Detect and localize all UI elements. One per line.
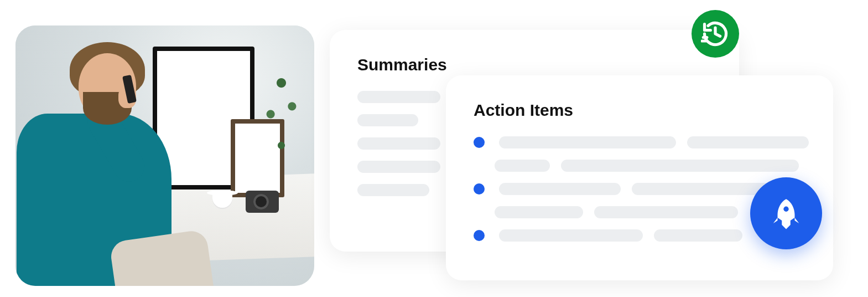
skeleton-bar	[495, 206, 583, 218]
skeleton-bar	[357, 114, 418, 126]
history-icon	[701, 19, 730, 48]
skeleton-bar	[499, 183, 621, 195]
rocket-icon	[769, 196, 803, 231]
skeleton-bar	[687, 136, 809, 148]
summaries-title: Summaries	[357, 55, 711, 74]
skeleton-bar	[499, 136, 676, 148]
bullet-icon	[474, 137, 485, 148]
skeleton-bar	[561, 160, 799, 172]
bullet-icon	[474, 230, 485, 241]
skeleton-bar	[357, 184, 429, 196]
skeleton-bar	[357, 137, 440, 150]
skeleton-bar	[499, 229, 643, 242]
skeleton-bar	[357, 91, 440, 103]
skeleton-bar	[594, 206, 738, 218]
user-photo	[15, 25, 314, 286]
skeleton-bar	[357, 161, 440, 173]
skeleton-bar	[632, 183, 770, 195]
history-badge[interactable]	[692, 10, 739, 58]
action-items-card: Action Items	[446, 75, 833, 280]
action-items-title: Action Items	[474, 101, 805, 120]
photo-camera	[246, 191, 279, 213]
list-item-continuation	[474, 160, 805, 172]
bullet-icon	[474, 183, 485, 194]
rocket-button[interactable]	[750, 177, 822, 249]
skeleton-bar	[654, 229, 742, 242]
svg-point-2	[783, 207, 788, 212]
photo-plant	[254, 36, 308, 192]
photo-person	[15, 25, 225, 286]
list-item	[474, 136, 805, 148]
skeleton-bar	[495, 160, 550, 172]
